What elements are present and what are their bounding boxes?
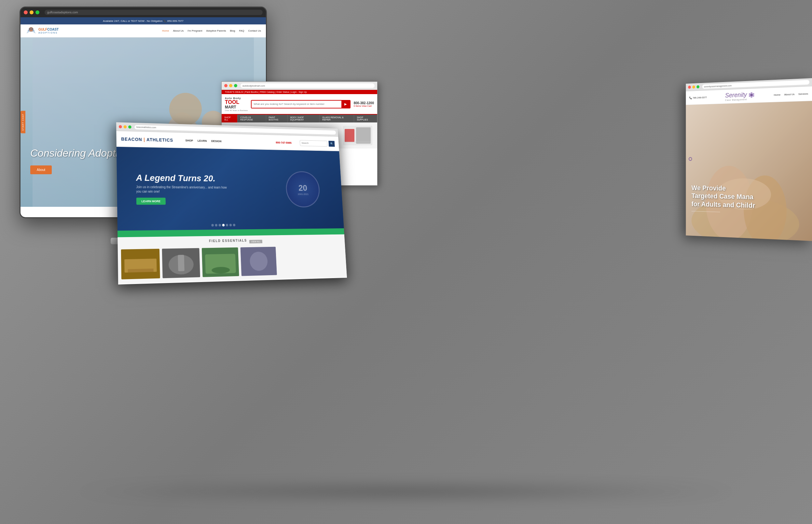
beacon-nav-shop[interactable]: SHOP xyxy=(185,139,193,142)
maximize-icon[interactable] xyxy=(35,11,39,14)
toolmart-search-input[interactable] xyxy=(252,101,341,108)
beacon-maximize-icon[interactable] xyxy=(128,125,132,129)
serenity-nav-home[interactable]: Home xyxy=(774,93,780,96)
toolmart-close-icon[interactable] xyxy=(224,84,227,87)
serenity-phone: 📞 785-248-0377 xyxy=(689,96,707,99)
svg-rect-9 xyxy=(356,127,371,144)
toolmart-deals-bar: TODAY'S DEALS! | Paint Booths | FREE Cat… xyxy=(222,90,377,94)
gc-logo-subtext: ADOPTIONS xyxy=(38,32,58,34)
toolmart-deals-text: TODAY'S DEALS! | Paint Booths | FREE Cat… xyxy=(225,91,307,93)
serenity-logo-flower-icon xyxy=(748,92,755,98)
toolmart-nav-bodyshop[interactable]: BODY SHOP EQUIPMENT xyxy=(288,115,320,122)
beacon-nav-links: SHOP LEARN DESIGN xyxy=(185,139,221,143)
toolmart-address-bar[interactable]: autobodytoolmart.com xyxy=(240,83,375,88)
beacon-product-image-2 xyxy=(162,248,200,278)
toolmart-header: Auto Body TOOL MART Over 40 Years in Bus… xyxy=(222,94,377,115)
serenity-minimize-icon[interactable] xyxy=(692,85,695,88)
gc-logo: GULFCOAST ADOPTIONS xyxy=(26,25,58,36)
url-text: gulfcoastadoptions.com xyxy=(47,11,78,14)
beacon-search-button[interactable]: 🔍 xyxy=(328,141,335,147)
minimize-icon[interactable] xyxy=(30,11,34,14)
gc-nav-about[interactable]: About Us xyxy=(173,29,184,32)
serenity-window: serenitycasemanagement.com 📞 785-248-037… xyxy=(686,78,812,241)
gc-logo-icon xyxy=(26,25,37,36)
gc-nav-home[interactable]: Home xyxy=(162,29,169,32)
beacon-product-1[interactable] xyxy=(121,249,160,279)
toolmart-logo-body: TOOL xyxy=(225,100,248,105)
beacon-minimize-icon[interactable] xyxy=(123,125,126,128)
toolmart-nav-glass[interactable]: GLASS REMOVAL & REPAIR xyxy=(320,115,354,122)
beacon-products-section: FIELD ESSENTIALS VIEW ALL xyxy=(118,234,347,284)
serenity-nav-services[interactable]: Services xyxy=(798,92,808,95)
toolmart-nav-shopall[interactable]: SHOP ALL xyxy=(222,115,238,122)
beacon-nav-learn[interactable]: LEARN xyxy=(198,139,207,142)
beacon-dot-6[interactable] xyxy=(230,224,232,226)
beacon-dot-1[interactable] xyxy=(211,224,214,227)
beacon-hero-subtitle: Join us in celebrating the Streamline's … xyxy=(136,185,228,194)
beacon-dot-3[interactable] xyxy=(219,224,221,226)
beacon-close-icon[interactable] xyxy=(119,125,122,128)
beacon-hero-section: 20 2001-2021 A Legend Turns 20. Join us … xyxy=(117,147,344,231)
toolmart-nav-supplies[interactable]: SHOP SUPPLIES xyxy=(354,115,377,122)
beacon-dot-2[interactable] xyxy=(215,224,217,227)
beacon-search-bar[interactable]: 🔍 xyxy=(300,140,335,147)
beacon-product-3[interactable] xyxy=(202,247,239,277)
address-bar[interactable]: gulfcoastadoptions.com xyxy=(45,10,263,15)
serenity-url: serenitycasemanagement.com xyxy=(704,84,732,87)
serenity-close-icon[interactable] xyxy=(688,86,691,89)
gc-nav-pregnant[interactable]: I'm Pregnant xyxy=(187,29,202,32)
gc-nav-adoptive[interactable]: Adoptive Parents xyxy=(206,29,226,32)
gc-start-chat-button[interactable]: START CHAT xyxy=(20,111,26,133)
toolmart-minimize-icon[interactable] xyxy=(229,84,232,87)
beacon-logo-name: BEACON | ATHLETICS xyxy=(121,136,173,143)
beacon-product-4[interactable] xyxy=(240,247,277,276)
serenity-maximize-icon[interactable] xyxy=(696,85,699,88)
toolmart-logo-mart: MART xyxy=(225,105,248,110)
close-icon[interactable] xyxy=(24,11,28,14)
serenity-hero-image xyxy=(686,101,812,241)
beacon-view-all-button[interactable]: VIEW ALL xyxy=(249,240,262,243)
toolmart-product-image xyxy=(341,124,374,147)
toolmart-maximize-icon[interactable] xyxy=(234,84,237,87)
toolmart-cart[interactable]: 0 Items View Cart xyxy=(354,105,374,107)
beacon-nav-design[interactable]: DESIGN xyxy=(211,140,222,143)
beacon-product-2[interactable] xyxy=(162,248,200,278)
serenity-bullet-point xyxy=(689,157,692,161)
toolmart-nav-covid[interactable]: COVID-19 RESPONSE xyxy=(238,115,266,122)
svg-rect-8 xyxy=(345,129,354,142)
gc-logo-name: GULFCOAST xyxy=(38,28,58,32)
gc-navigation: GULFCOAST ADOPTIONS Home About Us I'm Pr… xyxy=(20,24,266,37)
beacon-search-input[interactable] xyxy=(300,140,327,147)
serenity-hero-section: We Provide Targeted Case Mana for Adults… xyxy=(686,101,812,241)
beacon-dot-4[interactable] xyxy=(222,224,225,226)
beacon-products-grid xyxy=(121,246,344,279)
beacon-dot-7[interactable] xyxy=(233,224,236,226)
gc-nav-faq[interactable]: FAQ xyxy=(239,29,244,32)
serenity-nav-about[interactable]: About Us xyxy=(784,93,795,96)
gc-nav-contact[interactable]: Contact Us xyxy=(248,29,261,32)
toolmart-phone: 800-382-1200 xyxy=(354,101,374,105)
svg-point-23 xyxy=(750,94,752,96)
svg-rect-14 xyxy=(128,269,154,273)
svg-point-4 xyxy=(169,93,202,125)
gc-about-button[interactable]: About xyxy=(30,165,52,174)
beacon-learn-more-button[interactable]: LEARN MORE xyxy=(136,197,166,204)
gc-nav-blog[interactable]: Blog xyxy=(230,29,235,32)
serenity-hero-title-line1: We Provide xyxy=(692,184,755,193)
toolmart-nav-paintbooths[interactable]: PAINT BOOTHS xyxy=(266,115,288,122)
svg-point-24 xyxy=(750,92,752,94)
svg-point-28 xyxy=(749,95,751,97)
serenity-hero-title-line3: for Adults and Childr xyxy=(692,200,755,210)
beacon-phone: 800-747-5985 xyxy=(276,141,292,144)
beacon-window: beaconathletics.com BEACON | ATHLETICS S… xyxy=(116,122,347,284)
toolmart-navigation: SHOP ALL COVID-19 RESPONSE PAINT BOOTHS … xyxy=(222,115,377,122)
beacon-dot-5[interactable] xyxy=(226,224,229,226)
beacon-url: beaconathletics.com xyxy=(136,126,156,129)
monitor-browser-chrome: gulfcoastadoptions.com xyxy=(20,7,266,17)
scene-shadow xyxy=(65,485,747,498)
svg-rect-17 xyxy=(178,255,184,271)
toolmart-search-button[interactable]: ▶ xyxy=(341,101,350,108)
beacon-hero-title: A Legend Turns 20. xyxy=(136,172,228,184)
toolmart-search-bar[interactable]: ▶ xyxy=(251,100,350,109)
svg-point-27 xyxy=(750,96,752,98)
